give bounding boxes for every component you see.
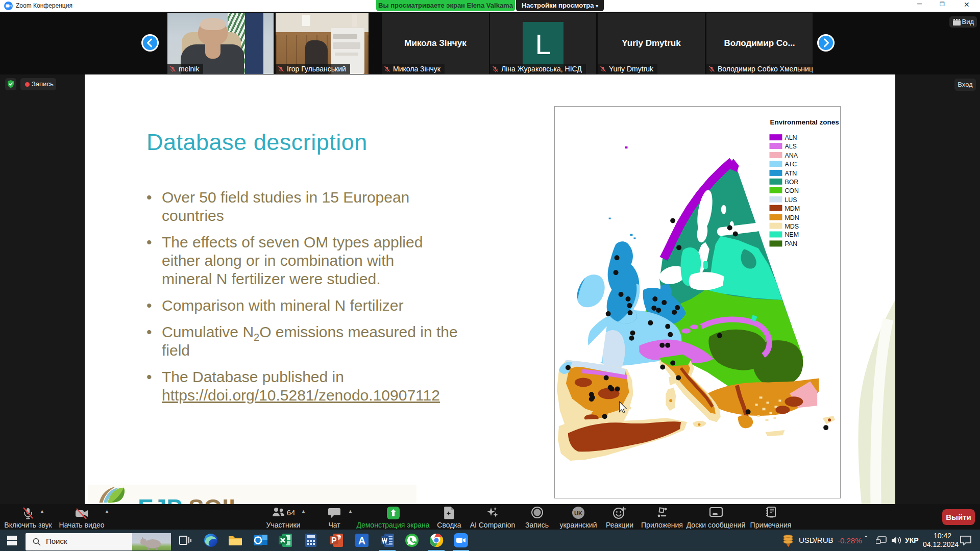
svg-text:BOR: BOR bbox=[785, 179, 798, 186]
svg-text:A: A bbox=[358, 535, 365, 546]
svg-text:ATN: ATN bbox=[785, 170, 797, 177]
svg-text:MDM: MDM bbox=[785, 205, 800, 212]
svg-text:Environmental zones: Environmental zones bbox=[770, 118, 839, 126]
svg-text:NEM: NEM bbox=[785, 231, 799, 238]
svg-text:LUS: LUS bbox=[785, 196, 797, 204]
svg-text:PAN: PAN bbox=[785, 240, 797, 247]
svg-text:UK: UK bbox=[574, 510, 582, 516]
svg-text:MDS: MDS bbox=[785, 223, 799, 230]
svg-text:MDN: MDN bbox=[785, 214, 799, 221]
svg-text:ALN: ALN bbox=[785, 134, 797, 141]
svg-text:ALS: ALS bbox=[785, 143, 797, 150]
svg-text:CON: CON bbox=[785, 187, 799, 194]
svg-text:ANA: ANA bbox=[785, 152, 798, 159]
svg-text:ATC: ATC bbox=[785, 161, 797, 168]
